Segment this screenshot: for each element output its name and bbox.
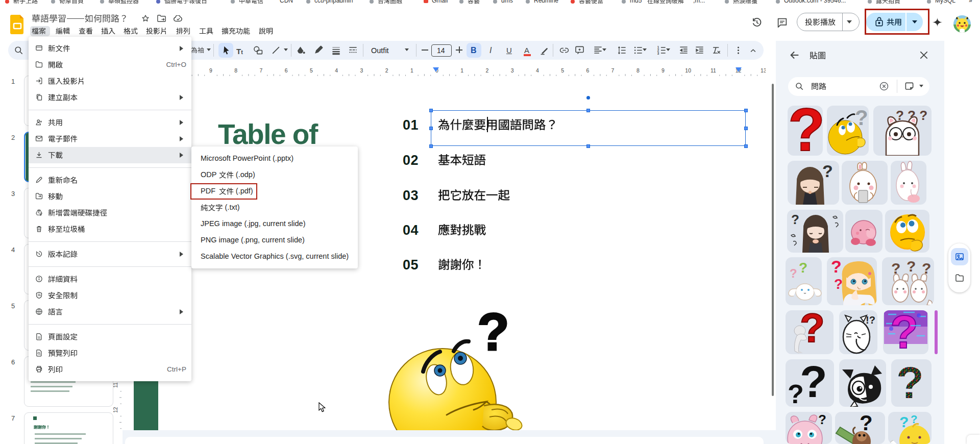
svg-text:?: ?	[799, 260, 807, 276]
svg-text:8: 8	[636, 67, 640, 73]
svg-text:4: 4	[335, 67, 338, 73]
svg-text:?: ?	[477, 304, 509, 361]
svg-text:?: ?	[906, 258, 916, 275]
svg-text:3: 3	[657, 52, 659, 55]
svg-text:12: 12	[113, 407, 118, 413]
svg-text:?: ?	[831, 257, 842, 276]
svg-text:9: 9	[662, 67, 665, 73]
svg-text:9: 9	[209, 67, 212, 73]
svg-text:11: 11	[113, 382, 118, 388]
svg-text:7: 7	[260, 67, 263, 73]
svg-text:10: 10	[685, 67, 691, 73]
svg-text:7: 7	[611, 67, 615, 73]
svg-text:13: 13	[761, 67, 766, 73]
svg-text:1: 1	[460, 67, 463, 73]
svg-text:2: 2	[385, 67, 388, 73]
svg-text:?: ?	[890, 310, 918, 354]
svg-text:?: ?	[800, 359, 827, 407]
svg-text:!?: !?	[866, 314, 875, 326]
svg-text:1: 1	[410, 67, 413, 73]
svg-text:5: 5	[310, 67, 313, 73]
svg-text:?: ?	[788, 379, 804, 407]
svg-text:?: ?	[896, 359, 924, 407]
svg-text:?: ?	[790, 266, 797, 280]
svg-text:5: 5	[561, 67, 564, 73]
svg-text:?: ?	[822, 161, 833, 181]
svg-text:?: ?	[791, 212, 799, 227]
svg-text:3: 3	[511, 67, 514, 73]
svg-text:2: 2	[485, 67, 488, 73]
svg-text:3: 3	[360, 67, 363, 73]
svg-text:11: 11	[710, 67, 716, 73]
svg-text:?: ?	[818, 412, 826, 427]
svg-text:6: 6	[586, 67, 589, 73]
svg-text:?: ?	[788, 106, 823, 156]
svg-text:4: 4	[536, 67, 539, 73]
svg-text:8: 8	[234, 67, 237, 73]
svg-text:?: ?	[834, 276, 843, 292]
svg-text:6: 6	[285, 67, 288, 73]
